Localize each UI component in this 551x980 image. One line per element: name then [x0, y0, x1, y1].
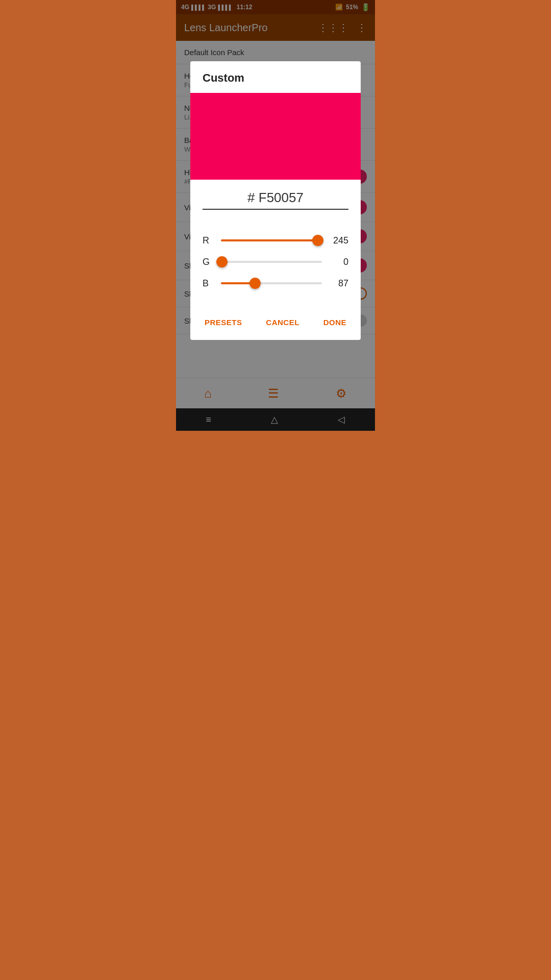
color-preview: [190, 93, 361, 180]
dialog-title-section: Custom: [190, 61, 361, 93]
red-slider-container[interactable]: [221, 234, 322, 247]
green-slider-thumb[interactable]: [216, 256, 228, 267]
red-slider-row: R 245: [203, 234, 348, 247]
green-slider-container[interactable]: [221, 256, 322, 268]
red-slider-thumb[interactable]: [312, 235, 323, 246]
cancel-button[interactable]: CANCEL: [264, 315, 302, 330]
green-label: G: [203, 257, 215, 267]
blue-slider-row: B 87: [203, 277, 348, 289]
done-button[interactable]: DONE: [321, 315, 348, 330]
red-slider-fill: [221, 239, 318, 241]
dialog-actions: PRESETS CANCEL DONE: [190, 309, 361, 340]
red-slider-track: [221, 239, 322, 241]
green-slider-row: G 0: [203, 256, 348, 268]
blue-slider-container[interactable]: [221, 277, 322, 289]
green-value: 0: [328, 257, 348, 267]
blue-value: 87: [328, 278, 348, 289]
blue-label: B: [203, 278, 215, 289]
dialog-title: Custom: [203, 71, 244, 84]
blue-slider-track: [221, 282, 322, 284]
dialog-controls: # F50057 R 245 G 0: [190, 180, 361, 309]
presets-button[interactable]: PRESETS: [203, 315, 244, 330]
hex-value-display: # F50057: [203, 190, 348, 210]
red-value: 245: [328, 235, 348, 246]
red-label: R: [203, 235, 215, 246]
green-slider-track: [221, 261, 322, 263]
color-picker-dialog: Custom # F50057 R 245 G: [190, 61, 361, 340]
blue-slider-thumb[interactable]: [249, 278, 261, 289]
